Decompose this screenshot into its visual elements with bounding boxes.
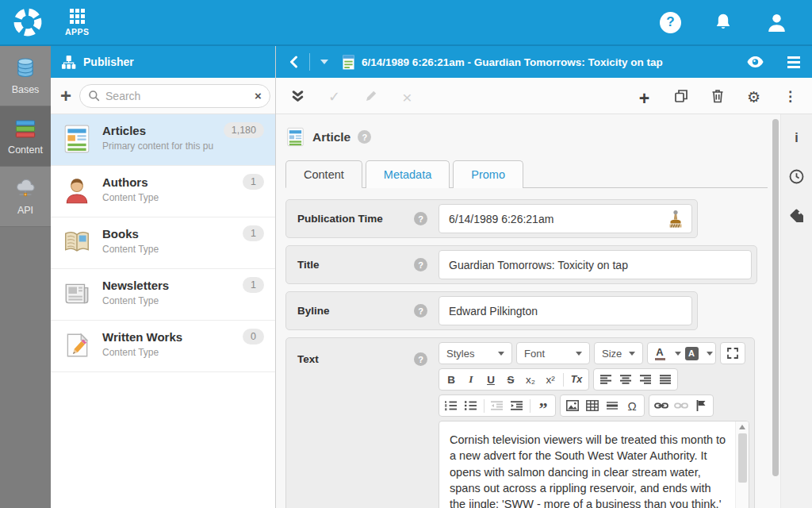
- tags-icon[interactable]: [789, 208, 804, 223]
- record-dropdown-icon[interactable]: [320, 60, 328, 64]
- field-help-icon[interactable]: ?: [414, 258, 427, 271]
- approve-icon[interactable]: ✓: [327, 88, 342, 103]
- background-color-button[interactable]: A: [682, 344, 701, 362]
- size-dropdown[interactable]: Size: [594, 342, 643, 364]
- apps-button[interactable]: APPS: [65, 9, 90, 37]
- collapse-all-icon[interactable]: [290, 88, 305, 103]
- tab-promo[interactable]: Promo: [453, 160, 523, 188]
- subscript-button[interactable]: x₂: [521, 371, 540, 388]
- ordered-list-icon[interactable]: [442, 397, 461, 414]
- info-icon[interactable]: i: [789, 130, 804, 145]
- align-left-icon[interactable]: [596, 371, 615, 388]
- history-clock-icon[interactable]: [789, 169, 804, 184]
- font-dropdown[interactable]: Font: [516, 342, 590, 364]
- back-icon[interactable]: [288, 56, 299, 68]
- topbar-actions: ?: [660, 11, 801, 34]
- align-right-icon[interactable]: [636, 371, 655, 388]
- special-char-icon[interactable]: Ω: [622, 397, 642, 414]
- sidebar-item-label: Bases: [12, 84, 40, 95]
- align-justify-icon[interactable]: [656, 371, 675, 388]
- record-title: 6/14/1989 6:26:21am - Guardian Tomorrows…: [362, 56, 747, 68]
- database-icon: [12, 56, 39, 80]
- help-icon[interactable]: ?: [660, 12, 681, 33]
- link-icon[interactable]: [652, 397, 671, 414]
- field-row-byline: Byline ? Edward Pilkington: [285, 291, 698, 330]
- duplicate-icon[interactable]: [673, 88, 688, 103]
- publication-time-input[interactable]: 6/14/1989 6:26:21am: [439, 204, 692, 233]
- field-label: Byline: [297, 305, 330, 317]
- sidebar-item-api[interactable]: API: [0, 167, 51, 227]
- align-center-icon[interactable]: [616, 371, 635, 388]
- list-item-newsletters[interactable]: Newsletters Content Type 1: [51, 269, 275, 321]
- record-doc-icon: [343, 55, 354, 70]
- list-item-subtitle: Content Type: [102, 192, 232, 203]
- tab-content[interactable]: Content: [285, 160, 362, 188]
- anchor-flag-icon[interactable]: [691, 397, 710, 414]
- indent-icon[interactable]: [508, 397, 527, 414]
- record-form: Article ? Content Metadata Promo Publica…: [276, 114, 771, 508]
- cancel-icon[interactable]: ×: [400, 88, 415, 103]
- edit-pencil-icon[interactable]: [363, 88, 378, 103]
- scroll-up-icon[interactable]: [739, 425, 745, 429]
- user-profile-icon[interactable]: [765, 11, 788, 34]
- sidebar-item-bases[interactable]: Bases: [0, 46, 51, 106]
- superscript-button[interactable]: x²: [541, 371, 560, 388]
- search-input[interactable]: [105, 90, 249, 102]
- editor-scrollbar[interactable]: [735, 421, 749, 508]
- title-input[interactable]: Guardian Tomorrows: Toxicity on tap: [439, 250, 752, 279]
- field-help-icon[interactable]: ?: [414, 304, 427, 318]
- notifications-bell-icon[interactable]: [713, 12, 733, 33]
- preview-eye-icon[interactable]: [747, 56, 764, 67]
- publisher-icon: [61, 55, 76, 70]
- horizontal-rule-icon[interactable]: [603, 397, 622, 414]
- remove-format-button[interactable]: Tx: [567, 371, 586, 388]
- editor-scroll-thumb[interactable]: [738, 433, 747, 483]
- list-item-title: Articles: [102, 124, 213, 137]
- timestamp-stamp-icon[interactable]: [666, 210, 685, 229]
- maximize-icon[interactable]: [723, 344, 742, 362]
- text-color-button[interactable]: A: [650, 344, 669, 362]
- settings-gear-icon[interactable]: ⚙: [746, 88, 761, 103]
- strikethrough-button[interactable]: S: [501, 371, 520, 388]
- tab-metadata[interactable]: Metadata: [366, 160, 450, 188]
- main-scroll-thumb[interactable]: [772, 119, 779, 476]
- new-record-icon[interactable]: +: [637, 88, 652, 103]
- styles-dropdown[interactable]: Styles: [439, 342, 512, 364]
- bullet-list-icon[interactable]: [462, 397, 481, 414]
- search-icon: [88, 90, 100, 102]
- field-help-icon[interactable]: ?: [414, 352, 427, 366]
- insert-table-icon[interactable]: [583, 397, 602, 414]
- list-menu-icon[interactable]: [787, 56, 800, 68]
- main-scrollbar[interactable]: [771, 114, 780, 508]
- sidebar-item-content[interactable]: Content: [0, 106, 51, 167]
- add-record-button[interactable]: +: [60, 87, 71, 106]
- field-help-icon[interactable]: ?: [414, 212, 427, 225]
- field-list: Publication Time ? 6/14/1989 6:26:21am: [285, 199, 768, 508]
- authors-icon: [62, 175, 92, 206]
- right-rail: i: [780, 114, 812, 508]
- list-item-written-works[interactable]: Written Works Content Type 0: [51, 321, 275, 372]
- chevron-down-icon[interactable]: [707, 352, 713, 356]
- list-item-articles[interactable]: Articles Primary content for this pu... …: [51, 114, 275, 166]
- clear-search-icon[interactable]: ×: [255, 89, 262, 102]
- text-editor-content[interactable]: Cornish television viewers will be treat…: [439, 421, 749, 508]
- list-item-books[interactable]: Books Content Type 1: [51, 217, 275, 269]
- chevron-down-icon[interactable]: [675, 352, 681, 356]
- insert-image-icon[interactable]: [563, 397, 582, 414]
- unlink-icon[interactable]: [672, 397, 691, 414]
- delete-trash-icon[interactable]: [710, 88, 725, 103]
- record-count-badge: 1: [243, 174, 264, 190]
- brand-logo-icon[interactable]: [11, 6, 44, 39]
- blockquote-icon[interactable]: ”: [534, 397, 553, 414]
- chevron-down-icon: [629, 352, 635, 356]
- field-label: Publication Time: [297, 213, 383, 225]
- italic-button[interactable]: I: [462, 371, 481, 388]
- byline-input[interactable]: Edward Pilkington: [439, 296, 692, 325]
- list-item-authors[interactable]: Authors Content Type 1: [51, 166, 275, 217]
- outdent-icon[interactable]: [488, 397, 507, 414]
- field-label: Title: [297, 259, 320, 271]
- more-options-icon[interactable]: ⋮: [783, 88, 798, 103]
- underline-button[interactable]: U: [481, 371, 500, 388]
- help-bubble-icon[interactable]: ?: [358, 130, 371, 144]
- bold-button[interactable]: B: [442, 371, 461, 388]
